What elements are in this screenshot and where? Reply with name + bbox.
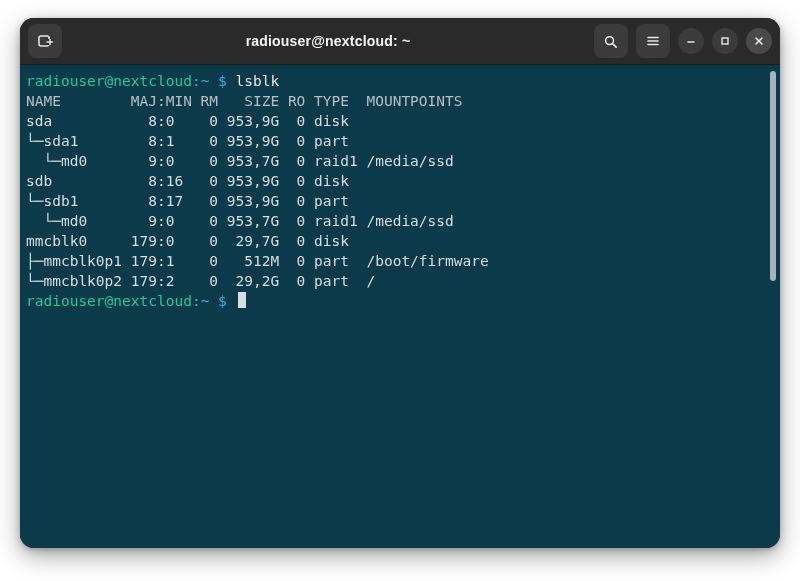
maximize-button[interactable] (712, 28, 738, 54)
close-icon (753, 35, 765, 47)
lsblk-row: └─mmcblk0p2 179:2 0 29,2G 0 part / (26, 273, 375, 289)
prompt-host: nextcloud (113, 73, 192, 89)
hamburger-icon (646, 34, 660, 48)
lsblk-row: ├─mmcblk0p1 179:1 0 512M 0 part /boot/fi… (26, 253, 489, 269)
lsblk-row: └─md0 9:0 0 953,7G 0 raid1 /media/ssd (26, 153, 454, 169)
search-icon (603, 34, 618, 49)
lsblk-row: └─sda1 8:1 0 953,9G 0 part (26, 133, 349, 149)
prompt-dollar: $ (209, 293, 235, 309)
svg-rect-12 (722, 38, 728, 44)
prompt-dollar: $ (209, 73, 235, 89)
new-tab-icon (37, 33, 53, 49)
titlebar: radiouser@nextcloud: ~ (20, 18, 780, 65)
command-text: lsblk (236, 73, 280, 89)
prompt-host: nextcloud (113, 293, 192, 309)
lsblk-row: sda 8:0 0 953,9G 0 disk (26, 113, 349, 129)
lsblk-row: mmcblk0 179:0 0 29,7G 0 disk (26, 233, 349, 249)
window-title: radiouser@nextcloud: ~ (246, 33, 411, 49)
titlebar-right (594, 24, 772, 58)
scrollbar-thumb[interactable] (770, 71, 776, 281)
lsblk-row: └─md0 9:0 0 953,7G 0 raid1 /media/ssd (26, 213, 454, 229)
lsblk-header: NAME MAJ:MIN RM SIZE RO TYPE MOUNTPOINTS (26, 93, 463, 109)
prompt-colon: : (192, 293, 201, 309)
cursor (238, 292, 246, 308)
prompt-user: radiouser (26, 293, 105, 309)
titlebar-left (28, 24, 62, 58)
lsblk-row: └─sdb1 8:17 0 953,9G 0 part (26, 193, 349, 209)
prompt-colon: : (192, 73, 201, 89)
minimize-icon (685, 35, 697, 47)
minimize-button[interactable] (678, 28, 704, 54)
svg-line-7 (613, 43, 617, 47)
new-tab-button[interactable] (28, 24, 62, 58)
search-button[interactable] (594, 24, 628, 58)
prompt-at: @ (105, 293, 114, 309)
terminal-window: radiouser@nextcloud: ~ (20, 18, 780, 548)
terminal-viewport[interactable]: radiouser@nextcloud:~ $ lsblk NAME MAJ:M… (20, 65, 780, 548)
prompt-user: radiouser (26, 73, 105, 89)
prompt-at: @ (105, 73, 114, 89)
menu-button[interactable] (636, 24, 670, 58)
lsblk-row: sdb 8:16 0 953,9G 0 disk (26, 173, 349, 189)
maximize-icon (719, 35, 731, 47)
close-button[interactable] (746, 28, 772, 54)
